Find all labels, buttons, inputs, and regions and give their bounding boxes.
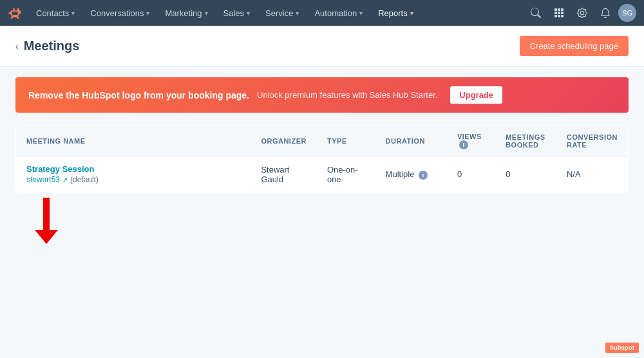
nav-marketing[interactable]: Marketing ▾ (158, 0, 214, 26)
arrow-head (35, 230, 58, 244)
main-content: Remove the HubSpot logo from your bookin… (0, 67, 644, 259)
top-navigation: Contacts ▾ Conversations ▾ Marketing ▾ S… (0, 0, 644, 26)
automation-chevron-icon: ▾ (359, 10, 363, 17)
meeting-type-cell: One-on-one (317, 156, 375, 193)
page-header: ‹ Meetings Create scheduling page (0, 26, 644, 67)
red-arrow-icon (35, 198, 58, 244)
hubspot-logo[interactable] (8, 6, 22, 20)
settings-button[interactable] (572, 3, 592, 23)
collapse-icon[interactable]: ‹ (15, 41, 19, 52)
meetings-table: MEETING NAME ORGANIZER TYPE DURATION VIE… (15, 126, 629, 193)
page-title: Meetings (24, 39, 80, 53)
col-header-views: VIEWS i (447, 126, 495, 156)
conversations-chevron-icon: ▾ (146, 10, 149, 17)
col-header-organizer: ORGANIZER (251, 126, 317, 156)
meeting-duration-cell: Multiple i (375, 156, 447, 193)
search-button[interactable] (526, 3, 546, 23)
col-header-meetings-booked: MEETINGS BOOKED (495, 126, 556, 156)
banner-main-text: Remove the HubSpot logo from your bookin… (28, 90, 249, 100)
meeting-name-link[interactable]: Strategy Session (26, 164, 240, 174)
page-header-left: ‹ Meetings (15, 39, 79, 53)
annotation-arrow-container (15, 198, 67, 249)
meeting-booked-cell: 0 (495, 156, 556, 193)
nav-automation[interactable]: Automation ▾ (308, 0, 369, 26)
user-avatar[interactable]: SG (618, 4, 636, 22)
meeting-default-tag: (default) (70, 175, 99, 184)
nav-conversations[interactable]: Conversations ▾ (84, 0, 156, 26)
col-header-type: TYPE (317, 126, 375, 156)
service-chevron-icon: ▾ (296, 10, 299, 17)
nav-service[interactable]: Service ▾ (259, 0, 305, 26)
meeting-views-cell: 0 (447, 156, 495, 193)
create-scheduling-page-button[interactable]: Create scheduling page (520, 36, 629, 56)
table-body: Strategy Session stewart53 ↗ (default) S… (16, 156, 629, 193)
nav-contacts[interactable]: Contacts ▾ (30, 0, 81, 26)
meeting-organizer-cell: Stewart Gauld (251, 156, 317, 193)
sales-chevron-icon: ▾ (247, 10, 250, 17)
upgrade-banner: Remove the HubSpot logo from your bookin… (15, 77, 629, 113)
banner-sub-text: Unlock premium features with Sales Hub S… (257, 90, 437, 100)
external-link-icon: ↗ (62, 176, 68, 184)
marketing-chevron-icon: ▾ (205, 10, 208, 17)
col-header-meeting-name: MEETING NAME (16, 126, 251, 156)
nav-reports[interactable]: Reports ▾ (372, 0, 420, 26)
reports-chevron-icon: ▾ (410, 10, 413, 17)
col-header-conversion-rate: CONVERSION RATE (556, 126, 629, 156)
table-row: Strategy Session stewart53 ↗ (default) S… (16, 156, 629, 193)
notifications-button[interactable] (595, 3, 616, 23)
views-info-icon[interactable]: i (459, 140, 468, 149)
meeting-name-cell: Strategy Session stewart53 ↗ (default) (16, 156, 251, 193)
upgrade-button[interactable]: Upgrade (450, 86, 502, 104)
arrow-shaft (43, 198, 50, 230)
col-header-duration: DURATION (375, 126, 447, 156)
contacts-chevron-icon: ▾ (71, 10, 75, 17)
duration-info-icon[interactable]: i (419, 171, 428, 180)
nav-sales[interactable]: Sales ▾ (217, 0, 257, 26)
table-header: MEETING NAME ORGANIZER TYPE DURATION VIE… (16, 126, 629, 156)
marketplace-button[interactable] (549, 3, 569, 23)
meeting-sub-link[interactable]: stewart53 (26, 175, 60, 184)
meeting-sub-info: stewart53 ↗ (default) (26, 175, 240, 184)
meeting-conversion-cell: N/A (556, 156, 629, 193)
